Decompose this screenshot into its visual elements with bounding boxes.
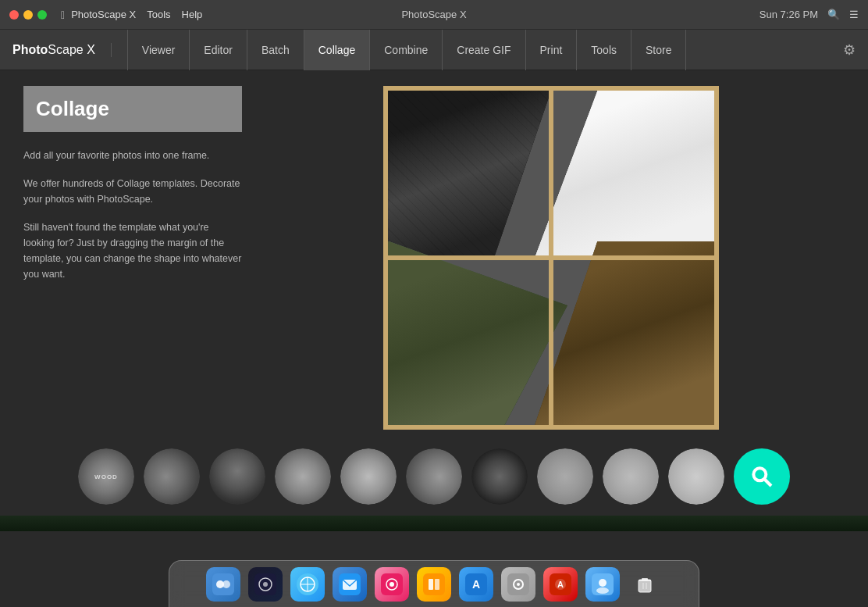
svg-point-0 — [753, 468, 766, 480]
thumb-4[interactable] — [275, 448, 331, 505]
svg-line-1 — [765, 480, 771, 486]
settings-gear-icon[interactable]: ⚙ — [843, 41, 856, 59]
page-title: Collage — [36, 97, 229, 121]
description-1: Add all your favorite photos into one fr… — [23, 148, 242, 163]
menu-tools[interactable]: Tools — [147, 9, 170, 20]
svg-text:A: A — [472, 578, 480, 591]
thumb-6[interactable] — [406, 448, 462, 505]
svg-rect-19 — [435, 579, 439, 590]
app-title: PhotoScape X — [12, 43, 112, 57]
dock-trash-icon[interactable] — [628, 567, 662, 602]
nav-items: Viewer Editor Batch Collage Combine Crea… — [127, 30, 843, 70]
collage-quad-bottom-left — [388, 241, 567, 425]
collage-quad-top-left — [388, 91, 551, 258]
nav-creategif[interactable]: Create GIF — [443, 30, 525, 70]
thumb-3[interactable] — [209, 448, 265, 505]
thumb-10[interactable] — [668, 448, 724, 505]
nav-store[interactable]: Store — [631, 30, 686, 70]
nav-print[interactable]: Print — [526, 30, 578, 70]
thumb-search-active[interactable] — [734, 448, 790, 505]
search-active-indicator — [736, 448, 788, 505]
thumb-9[interactable] — [603, 448, 659, 505]
divider-vertical — [549, 91, 553, 425]
svg-point-7 — [263, 582, 268, 587]
apple-logo-icon:  — [61, 9, 65, 21]
svg-rect-18 — [429, 579, 433, 590]
thumb-8[interactable] — [537, 448, 593, 505]
svg-point-4 — [222, 580, 230, 588]
svg-point-30 — [596, 587, 609, 594]
dock-finder-icon[interactable] — [206, 567, 240, 602]
collage-quad-top-right — [535, 91, 714, 258]
title-bar:  PhotoScape X Tools Help PhotoScape X S… — [0, 0, 868, 30]
title-bar-right: Sun 7:26 PM 🔍 ☰ — [760, 9, 859, 20]
thumb-7[interactable] — [471, 448, 528, 505]
collage-quad-bottom-right — [535, 241, 714, 425]
desktop-strip — [0, 516, 868, 531]
search-icon[interactable]: 🔍 — [827, 9, 840, 20]
menu-bar: PhotoScape X Tools Help — [71, 9, 202, 20]
collage-preview-container — [258, 86, 845, 430]
dock-appstore-icon[interactable]: A — [459, 567, 493, 602]
left-panel: Collage Add all your favorite photos int… — [23, 86, 242, 430]
maximize-button[interactable] — [37, 10, 47, 20]
thumb-2[interactable] — [144, 448, 200, 505]
title-bar-left:  PhotoScape X Tools Help — [9, 9, 202, 21]
dock-system-preferences-icon[interactable] — [501, 567, 535, 602]
svg-point-16 — [390, 582, 394, 587]
nav-bar: PhotoScape X Viewer Editor Batch Collage… — [0, 30, 868, 70]
svg-rect-17 — [423, 573, 445, 595]
collage-frame[interactable] — [383, 86, 719, 430]
dock-music-icon[interactable] — [375, 567, 409, 602]
nav-combine[interactable]: Combine — [370, 30, 443, 70]
nav-tools[interactable]: Tools — [577, 30, 631, 70]
dock-safari-icon[interactable] — [290, 567, 325, 602]
nav-viewer[interactable]: Viewer — [127, 30, 190, 70]
time-display: Sun 7:26 PM — [760, 9, 818, 20]
menu-help[interactable]: Help — [182, 9, 203, 20]
dock-systemprefs2-icon[interactable] — [585, 567, 620, 602]
dock-launchpad-icon[interactable] — [248, 567, 283, 602]
thumbnail-strip: WOOD — [0, 437, 868, 516]
menu-photoscape[interactable]: PhotoScape X — [71, 9, 136, 20]
window-title: PhotoScape X — [401, 9, 466, 20]
description-3: Still haven't found the template what yo… — [23, 220, 242, 282]
nav-collage[interactable]: Collage — [304, 30, 370, 70]
svg-rect-31 — [639, 580, 651, 592]
close-button[interactable] — [9, 10, 19, 20]
nav-batch[interactable]: Batch — [247, 30, 304, 70]
minimize-button[interactable] — [23, 10, 33, 20]
description-2: We offer hundreds of Collage templates. … — [23, 176, 242, 207]
thumb-1[interactable]: WOOD — [78, 448, 134, 505]
main-content: Collage Add all your favorite photos int… — [0, 70, 868, 437]
dock-alfred-icon[interactable]: A — [543, 567, 578, 602]
svg-point-24 — [517, 583, 520, 586]
dock-mail-icon[interactable] — [333, 567, 367, 602]
list-icon[interactable]: ☰ — [849, 9, 859, 20]
nav-editor[interactable]: Editor — [190, 30, 247, 70]
thumb-5[interactable] — [340, 448, 397, 505]
collage-title-box: Collage — [23, 86, 242, 132]
dock: A A — [169, 560, 699, 607]
svg-text:A: A — [557, 580, 564, 589]
svg-point-29 — [599, 579, 607, 587]
dock-books-icon[interactable] — [417, 567, 451, 602]
